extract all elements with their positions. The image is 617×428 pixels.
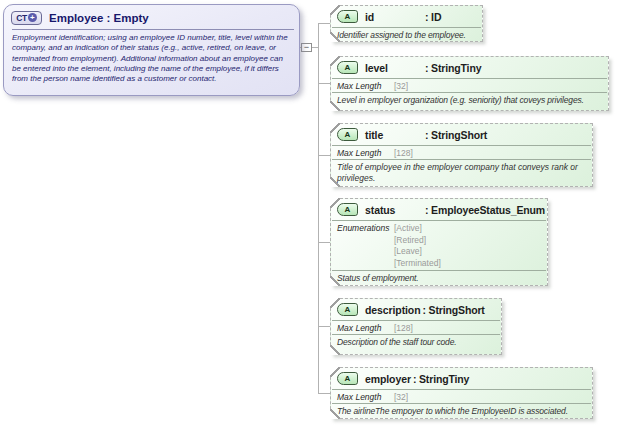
facet-label: Max Length [337, 81, 394, 91]
facet-row: Max Length [32] [331, 390, 592, 403]
attribute-description: The airlineThe empoyer to which the Empl… [331, 404, 592, 418]
attribute-icon: A [337, 128, 358, 141]
attribute-name: id [365, 11, 423, 23]
attribute-name: level [365, 62, 423, 74]
connector-line [311, 47, 318, 48]
attribute-type[interactable]: : StringTiny [413, 373, 469, 385]
enumeration-value: [Terminated] [394, 258, 441, 270]
attribute-box-id[interactable]: A id : ID Identifier assigned to the emp… [330, 5, 483, 42]
complex-type-title: Employee : Empty [49, 12, 149, 24]
attribute-type[interactable]: : ID [425, 11, 441, 23]
complex-type-description: Employment identification; using an empl… [4, 30, 299, 84]
attribute-box-status[interactable]: A status : EmployeeStatus_Enum Enumerati… [330, 198, 548, 286]
facet-value: [128] [394, 323, 413, 333]
attribute-header: A level : StringTiny [331, 57, 608, 78]
attribute-description: Level in employer organization (e.g. sen… [331, 93, 608, 110]
attribute-name: description [365, 304, 421, 316]
facet-row-enumerations: Enumerations [Active] [Retired] [Leave] … [331, 221, 547, 270]
facet-row: Max Length [32] [331, 79, 608, 92]
attribute-name: employer [365, 373, 411, 385]
enumeration-value: [Active] [394, 223, 441, 235]
attribute-header: A id : ID [331, 6, 482, 27]
facet-row: Max Length [128] [331, 321, 501, 334]
complex-type-header: CT + Employee : Empty [4, 5, 299, 27]
connector-stub-employer [318, 393, 330, 394]
attribute-type[interactable]: : StringTiny [425, 62, 481, 74]
attribute-name: title [365, 129, 423, 141]
attribute-box-employer[interactable]: A employer : StringTiny Max Length [32] … [330, 367, 593, 419]
attribute-description: Title of employee in the employer compan… [331, 160, 592, 186]
facet-value: [32] [394, 392, 408, 402]
connector-stub-id [318, 23, 330, 24]
complex-type-box-employee[interactable]: CT + Employee : Empty Employment identif… [3, 4, 300, 96]
attribute-box-title[interactable]: A title : StringShort Max Length [128] T… [330, 123, 593, 187]
attribute-header: A description : StringShort [331, 299, 501, 320]
attribute-icon: A [337, 61, 358, 74]
connector-stub-description [318, 326, 330, 327]
attribute-icon: A [337, 10, 358, 23]
complex-type-icon: CT + [11, 11, 42, 25]
facet-value: [128] [394, 148, 413, 158]
attribute-header: A employer : StringTiny [331, 368, 592, 389]
enumeration-values: [Active] [Retired] [Leave] [Terminated] [394, 223, 441, 269]
connector-stub-level [318, 83, 330, 84]
facet-value: [32] [394, 81, 408, 91]
xsd-diagram: − CT + Employee : Empty Employment ident… [0, 0, 617, 428]
enumeration-value: [Retired] [394, 235, 441, 247]
connector-trunk-line [318, 23, 319, 394]
attribute-header: A status : EmployeeStatus_Enum [331, 199, 547, 220]
attribute-icon: A [337, 303, 358, 316]
attribute-description: Description of the staff tour code. [331, 335, 501, 354]
facet-label: Max Length [337, 148, 394, 158]
enumeration-value: [Leave] [394, 246, 441, 258]
facet-label: Max Length [337, 392, 394, 402]
complex-type-icon-label: CT [16, 13, 27, 23]
plus-icon: + [28, 13, 37, 22]
facet-row: Max Length [128] [331, 146, 592, 159]
connector-stub-status [318, 242, 330, 243]
connector-stub-title [318, 155, 330, 156]
attribute-name: status [365, 204, 423, 216]
collapse-toggle[interactable]: − [301, 43, 312, 52]
attribute-type[interactable]: : StringShort [425, 129, 487, 141]
attribute-type[interactable]: : StringShort [423, 304, 485, 316]
facet-label: Max Length [337, 323, 394, 333]
attribute-description: Status of employment. [331, 271, 547, 285]
attribute-type[interactable]: : EmployeeStatus_Enum [425, 204, 545, 216]
attribute-header: A title : StringShort [331, 124, 592, 145]
facet-label: Enumerations [337, 223, 394, 269]
attribute-icon: A [337, 372, 358, 385]
attribute-box-level[interactable]: A level : StringTiny Max Length [32] Lev… [330, 56, 609, 111]
attribute-icon: A [337, 203, 358, 216]
attribute-description: Identifier assigned to the employee. [331, 28, 482, 41]
attribute-box-description[interactable]: A description : StringShort Max Length [… [330, 298, 502, 355]
